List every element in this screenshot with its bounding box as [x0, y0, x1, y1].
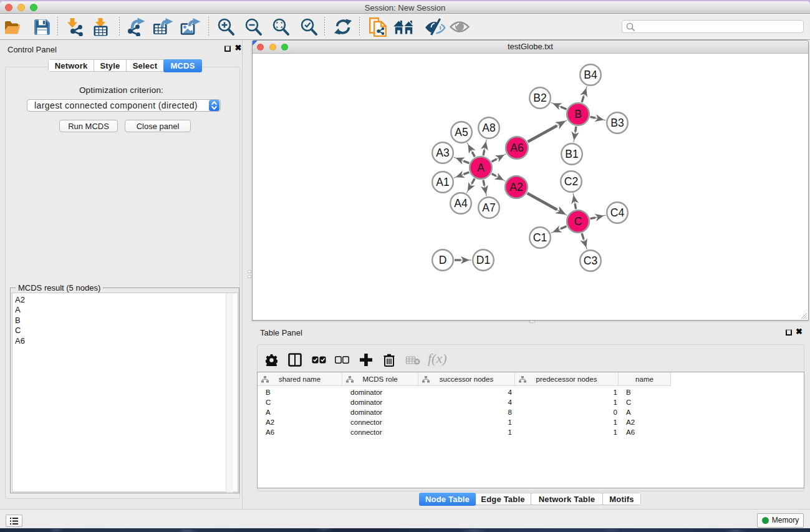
- svg-text:A3: A3: [436, 147, 449, 159]
- svg-text:A: A: [477, 162, 485, 174]
- svg-text:C3: C3: [584, 254, 597, 267]
- svg-text:D1: D1: [476, 254, 490, 266]
- svg-text:C4: C4: [610, 206, 625, 219]
- svg-text:A6: A6: [510, 142, 523, 154]
- svg-text:B4: B4: [584, 69, 597, 81]
- svg-text:D: D: [439, 254, 447, 266]
- svg-text:A4: A4: [454, 197, 468, 210]
- svg-text:B1: B1: [565, 148, 578, 160]
- svg-text:C1: C1: [533, 231, 547, 244]
- svg-text:B3: B3: [610, 117, 624, 129]
- svg-text:A5: A5: [455, 126, 468, 138]
- svg-text:A2: A2: [509, 181, 523, 193]
- svg-text:A1: A1: [436, 176, 449, 188]
- svg-text:C: C: [574, 215, 582, 228]
- svg-text:A7: A7: [482, 201, 495, 214]
- svg-text:B2: B2: [533, 92, 546, 104]
- svg-text:B: B: [574, 108, 582, 120]
- svg-text:C2: C2: [564, 175, 578, 188]
- svg-text:A8: A8: [482, 122, 495, 134]
